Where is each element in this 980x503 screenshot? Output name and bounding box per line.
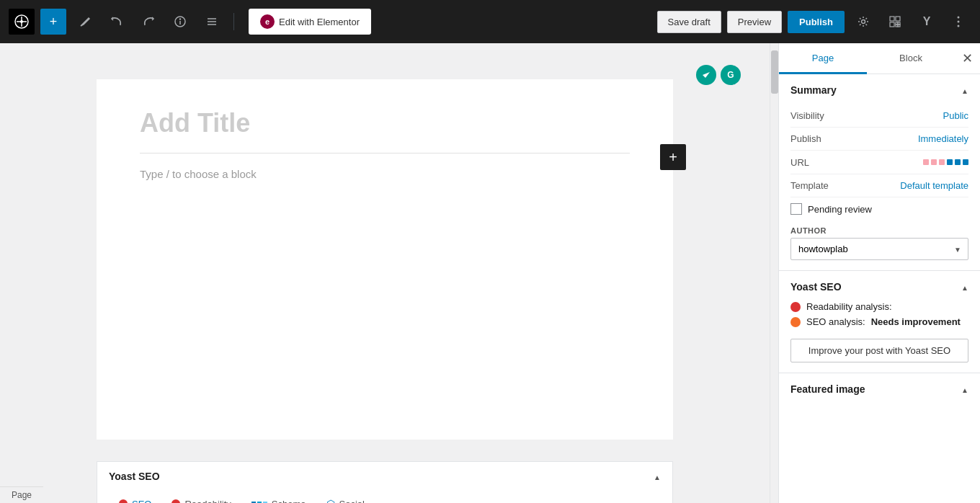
featured-image-title: Featured image bbox=[790, 383, 865, 395]
main-layout: G Type / to choose a block + Yoast SEO bbox=[0, 0, 980, 503]
improve-yoast-button[interactable]: Improve your post with Yoast SEO bbox=[790, 339, 968, 362]
preview-button[interactable]: Preview bbox=[727, 11, 782, 33]
elementor-button[interactable]: e Edit with Elementor bbox=[249, 9, 371, 35]
elementor-icon: e bbox=[260, 14, 275, 29]
summary-title: Summary bbox=[790, 84, 837, 96]
readability-dot-icon bbox=[172, 499, 180, 503]
seo-analysis-row: SEO analysis: Needs improvement bbox=[790, 316, 968, 327]
sidebar-tab-page[interactable]: Page bbox=[779, 44, 867, 74]
readability-analysis-row: Readability analysis: bbox=[790, 301, 968, 312]
yoast-icon-button[interactable]: Y bbox=[914, 9, 940, 35]
visibility-label: Visibility bbox=[790, 110, 824, 121]
add-block-button[interactable]: + bbox=[660, 144, 686, 170]
readability-tab-label: Readability bbox=[184, 499, 231, 504]
url-dot-5 bbox=[955, 159, 961, 165]
template-row: Template Default template bbox=[790, 174, 968, 197]
yoast-collapse-icon[interactable] bbox=[654, 471, 661, 482]
svg-point-17 bbox=[958, 21, 960, 23]
yoast-section-header[interactable]: Yoast SEO bbox=[97, 462, 672, 491]
social-icon: ⬡ bbox=[326, 498, 335, 503]
featured-image-collapse-icon[interactable] bbox=[961, 383, 968, 395]
seo-tab-label: SEO bbox=[132, 499, 151, 504]
svg-rect-11 bbox=[890, 22, 894, 27]
yoast-sidebar-title: Yoast SEO bbox=[790, 281, 842, 293]
yoast-seo-panel: Yoast SEO SEO Readability bbox=[97, 461, 673, 503]
editor-scroll-area[interactable]: G Type / to choose a block + Yoast SEO bbox=[0, 43, 770, 503]
block-tab-label: Block bbox=[899, 53, 922, 63]
yoast-sidebar-collapse-icon[interactable] bbox=[961, 281, 968, 293]
seo-dot-icon bbox=[119, 499, 128, 503]
svg-point-1 bbox=[20, 20, 23, 23]
featured-image-section: Featured image bbox=[779, 373, 980, 405]
summary-collapse-icon[interactable] bbox=[961, 84, 968, 96]
yoast-tab-social[interactable]: ⬡ Social bbox=[316, 491, 375, 503]
visibility-row: Visibility Public bbox=[790, 104, 968, 128]
yoast-tab-schema[interactable]: Schema bbox=[241, 491, 316, 503]
url-row: URL bbox=[790, 151, 968, 174]
url-dot-4 bbox=[947, 159, 953, 165]
yoast-tabs: SEO Readability Schema bbox=[97, 491, 672, 503]
publish-button[interactable]: Publish bbox=[788, 11, 845, 33]
url-dot-1 bbox=[923, 159, 929, 165]
pending-review-checkbox[interactable] bbox=[790, 203, 802, 215]
svg-point-4 bbox=[180, 19, 181, 19]
block-placeholder[interactable]: Type / to choose a block bbox=[140, 153, 630, 180]
list-view-button[interactable] bbox=[199, 9, 225, 35]
sidebar-tab-block[interactable]: Block bbox=[867, 44, 955, 73]
social-tab-label: Social bbox=[339, 499, 365, 504]
toolbar-divider bbox=[233, 13, 234, 30]
edit-tool-button[interactable] bbox=[72, 9, 98, 35]
sidebar-tabs: Page Block bbox=[779, 44, 955, 73]
readability-analysis-label: Readability analysis: bbox=[806, 301, 892, 312]
status-bar: Page bbox=[0, 486, 43, 503]
author-select-wrapper: howtowplab bbox=[790, 238, 968, 260]
plugin-icon-1[interactable] bbox=[696, 65, 716, 85]
editor-inner: Type / to choose a block + bbox=[97, 79, 673, 440]
readability-dot-icon bbox=[790, 302, 801, 312]
status-bar-label: Page bbox=[12, 490, 32, 500]
summary-header[interactable]: Summary bbox=[790, 84, 968, 96]
save-draft-button[interactable]: Save draft bbox=[657, 11, 721, 33]
pending-review-label: Pending review bbox=[808, 204, 872, 215]
add-block-toolbar-button[interactable]: + bbox=[40, 9, 66, 35]
page-tab-label: Page bbox=[812, 53, 834, 63]
yoast-seo-sidebar-section: Yoast SEO Readability analysis: SEO anal… bbox=[779, 271, 980, 373]
settings-icon-button[interactable] bbox=[850, 9, 876, 35]
seo-analysis-value: Needs improvement bbox=[871, 316, 961, 327]
yoast-section: Yoast SEO SEO Readability bbox=[97, 461, 673, 503]
url-dot-6 bbox=[963, 159, 968, 165]
scrollbar-thumb[interactable] bbox=[771, 50, 778, 94]
yoast-section-title: Yoast SEO bbox=[109, 471, 160, 482]
svg-rect-9 bbox=[890, 17, 894, 21]
template-value[interactable]: Default template bbox=[900, 180, 968, 191]
undo-button[interactable] bbox=[104, 9, 130, 35]
right-sidebar: Page Block ✕ Summary Visibility Public P… bbox=[778, 43, 980, 503]
editor-plugin-icons: G bbox=[696, 65, 741, 85]
pending-review-row: Pending review bbox=[790, 197, 968, 221]
url-label: URL bbox=[790, 157, 809, 168]
url-value[interactable] bbox=[923, 156, 968, 168]
redo-button[interactable] bbox=[135, 9, 161, 35]
featured-image-header[interactable]: Featured image bbox=[790, 383, 968, 395]
wp-admin-icon-button[interactable] bbox=[882, 9, 908, 35]
info-button[interactable] bbox=[167, 9, 193, 35]
author-select[interactable]: howtowplab bbox=[790, 238, 968, 260]
plugin-icon-2[interactable]: G bbox=[721, 65, 741, 85]
yoast-sidebar-header[interactable]: Yoast SEO bbox=[790, 281, 968, 293]
main-toolbar: + e Edit with Elementor bbox=[0, 0, 980, 43]
title-input[interactable] bbox=[140, 108, 630, 138]
wp-logo-icon[interactable] bbox=[9, 9, 35, 35]
seo-analysis-dot-icon bbox=[790, 317, 801, 327]
more-options-button[interactable] bbox=[945, 9, 971, 35]
yoast-tab-seo[interactable]: SEO bbox=[109, 491, 161, 503]
svg-rect-10 bbox=[896, 17, 900, 21]
visibility-value[interactable]: Public bbox=[943, 110, 968, 121]
publish-value[interactable]: Immediately bbox=[918, 133, 968, 144]
publish-row: Publish Immediately bbox=[790, 128, 968, 151]
svg-point-16 bbox=[958, 17, 960, 19]
yoast-tab-readability[interactable]: Readability bbox=[161, 491, 241, 503]
editor-scrollbar[interactable] bbox=[770, 43, 778, 503]
schema-tab-label: Schema bbox=[272, 499, 306, 504]
template-label: Template bbox=[790, 180, 829, 191]
sidebar-close-button[interactable]: ✕ bbox=[955, 43, 980, 74]
